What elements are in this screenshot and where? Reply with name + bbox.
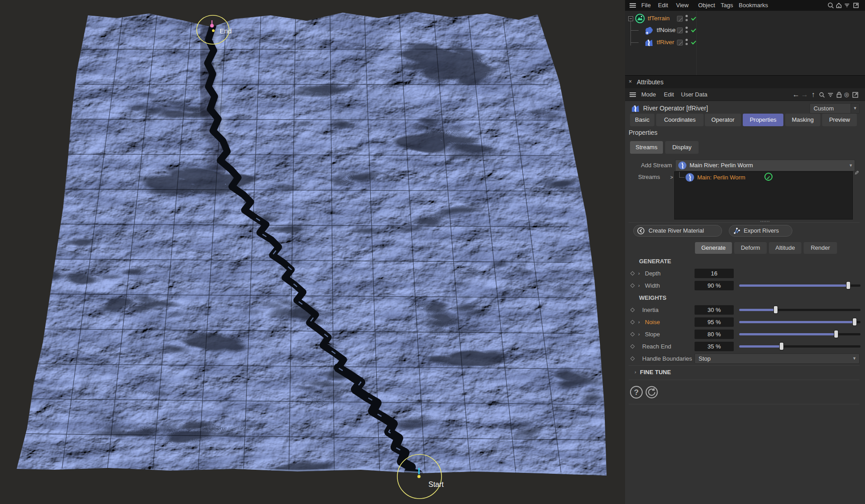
object-row-tfriver[interactable]: tfRiver ✓	[625, 37, 865, 48]
width-input[interactable]: 90 %	[695, 281, 734, 290]
reach-end-slider[interactable]	[739, 345, 860, 348]
enabled-check-icon[interactable]: ✓	[690, 24, 697, 36]
tab-basic[interactable]: Basic	[630, 114, 654, 126]
inertia-slider[interactable]	[739, 309, 860, 311]
generate-button[interactable]: Generate	[695, 242, 732, 254]
tab-operator[interactable]: Operator	[705, 114, 741, 126]
tab-masking[interactable]: Masking	[785, 114, 820, 126]
export-rivers-button[interactable]: Export Rivers	[729, 225, 792, 237]
collapse-icon[interactable]	[628, 16, 633, 21]
streams-expand-icon[interactable]: >	[670, 171, 673, 183]
visibility-dots-icon[interactable]	[686, 15, 688, 22]
object-label[interactable]: tfRiver	[657, 37, 674, 48]
stream-item-label[interactable]: Main: Perlin Worm	[697, 172, 745, 183]
expand-icon[interactable]: ›	[638, 328, 640, 340]
attr-search-icon[interactable]	[819, 92, 825, 98]
menu-view[interactable]: View	[676, 0, 689, 11]
noise-slider[interactable]	[739, 321, 860, 323]
anim-diamond-icon[interactable]	[630, 284, 635, 288]
render-button[interactable]: Render	[804, 242, 837, 254]
close-icon[interactable]: ×	[629, 76, 632, 89]
visibility-dots-icon[interactable]	[686, 27, 688, 34]
attr-panel-icon[interactable]	[852, 92, 859, 98]
attr-menu-edit[interactable]: Edit	[664, 88, 674, 101]
object-label[interactable]: tfTerrain	[648, 13, 670, 24]
menu-bookmarks[interactable]: Bookmarks	[739, 0, 768, 11]
enabled-check-icon[interactable]: ✓	[690, 37, 697, 48]
resize-handle[interactable]: ••••••	[760, 220, 770, 223]
attr-burger-icon[interactable]	[630, 92, 636, 97]
menu-object[interactable]: Object	[698, 0, 715, 11]
layer-toggle-icon[interactable]	[677, 40, 683, 46]
reset-icon[interactable]	[645, 386, 658, 399]
menu-file[interactable]: File	[641, 0, 651, 11]
inertia-input[interactable]: 30 %	[695, 305, 734, 315]
home-icon[interactable]	[835, 2, 842, 9]
filter-icon[interactable]	[843, 2, 851, 9]
3d-viewport[interactable]: End Start	[0, 0, 625, 504]
altitude-button[interactable]: Altitude	[769, 242, 801, 254]
add-stream-dropdown[interactable]: Main River: Perlin Worm ▼	[675, 160, 855, 171]
tab-coordinates[interactable]: Coordinates	[656, 114, 704, 126]
up-arrow-icon[interactable]: ↑	[809, 88, 817, 101]
attr-menu-mode[interactable]: Mode	[641, 88, 656, 101]
edit-pencil-icon[interactable]: ✎	[854, 170, 859, 176]
anim-diamond-icon[interactable]	[630, 271, 635, 276]
object-row-tfterrain[interactable]: tfTerrain ✓	[625, 13, 865, 24]
end-handle-dot[interactable]	[210, 24, 214, 27]
menu-tags[interactable]: Tags	[721, 0, 733, 11]
expand-icon[interactable]: ›	[638, 316, 640, 328]
subtab-streams[interactable]: Streams	[630, 141, 663, 154]
expand-icon[interactable]: ›	[638, 279, 640, 292]
attr-menu-userdata[interactable]: User Data	[681, 88, 708, 101]
create-river-material-button[interactable]: Create River Material	[633, 225, 722, 237]
attr-filter-icon[interactable]	[827, 92, 834, 98]
handle-boundaries-dropdown[interactable]: Stop ▼	[695, 353, 860, 364]
enabled-check-icon[interactable]: ✓	[690, 13, 697, 24]
end-label: End	[220, 27, 232, 35]
generate-group-title: GENERATE	[639, 255, 671, 267]
chevron-down-icon: ▼	[849, 160, 853, 171]
depth-input[interactable]: 16	[695, 269, 734, 278]
menu-edit[interactable]: Edit	[658, 0, 668, 11]
object-row-tfnoise[interactable]: tfNoise ✓	[625, 24, 865, 36]
export-spline-icon	[733, 227, 741, 234]
forward-arrow-icon[interactable]: →	[801, 88, 809, 101]
anim-diamond-icon[interactable]	[630, 357, 635, 361]
width-slider[interactable]	[739, 284, 860, 287]
expand-icon[interactable]: ›	[638, 267, 640, 279]
tab-properties[interactable]: Properties	[743, 114, 783, 126]
layer-toggle-icon[interactable]	[677, 16, 683, 22]
reach-end-input[interactable]: 35 %	[695, 342, 734, 351]
terrain-render: End Start	[0, 0, 625, 504]
param-label: Reach End	[642, 340, 671, 353]
visibility-dots-icon[interactable]	[686, 39, 688, 46]
back-arrow-icon[interactable]: ←	[792, 88, 800, 101]
stream-enabled-icon[interactable]: ✓	[764, 173, 773, 181]
anim-diamond-icon[interactable]	[630, 344, 635, 349]
search-icon[interactable]	[827, 2, 834, 9]
add-stream-value: Main River: Perlin Worm	[690, 160, 753, 171]
param-label: Depth	[645, 267, 661, 279]
object-label[interactable]: tfNoise	[657, 24, 676, 36]
layer-toggle-icon[interactable]	[677, 27, 683, 33]
anim-diamond-icon[interactable]	[630, 320, 635, 325]
subtab-display[interactable]: Display	[665, 141, 699, 154]
panel-icon[interactable]	[852, 2, 860, 9]
param-row-handle-boundaries: Handle Boundaries Stop ▼	[625, 353, 865, 365]
slope-slider[interactable]	[739, 333, 860, 335]
lock-icon[interactable]	[836, 91, 842, 98]
slope-input[interactable]: 80 %	[695, 330, 734, 339]
menu-burger-icon[interactable]	[630, 3, 636, 8]
help-icon[interactable]: ?	[630, 386, 643, 399]
anim-diamond-icon[interactable]	[630, 308, 635, 312]
fine-tune-group[interactable]: › FINE TUNE	[625, 366, 865, 378]
preset-dropdown[interactable]: Custom ▼	[810, 103, 860, 114]
tab-preview[interactable]: Preview	[822, 114, 857, 126]
attribute-tabs: Basic Coordinates Operator Properties Ma…	[625, 114, 865, 126]
deform-button[interactable]: Deform	[734, 242, 767, 254]
target-icon[interactable]: ◎	[842, 88, 851, 101]
anim-diamond-icon[interactable]	[630, 332, 635, 337]
streams-list[interactable]: Main: Perlin Worm ✓	[674, 171, 853, 220]
noise-input[interactable]: 95 %	[695, 317, 734, 327]
